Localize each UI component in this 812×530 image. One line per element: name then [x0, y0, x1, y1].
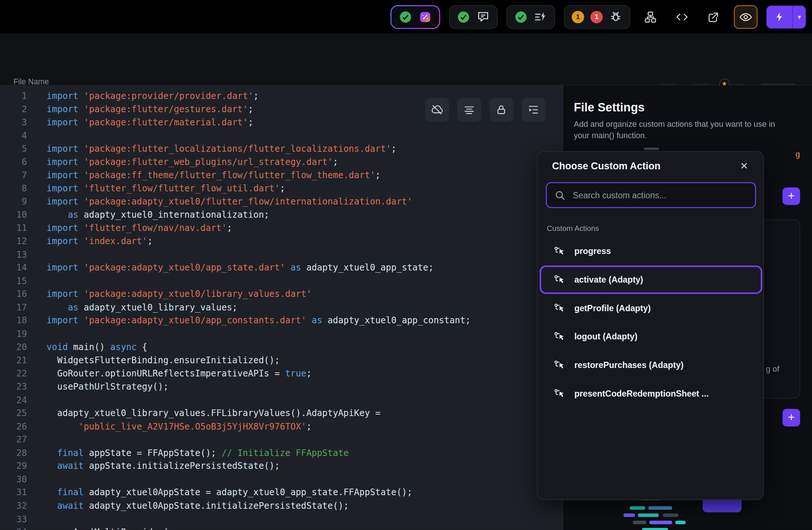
- line-number: 13: [0, 248, 27, 261]
- code-editor[interactable]: 1import 'package:provider/provider.dart'…: [0, 85, 563, 530]
- custom-action-label: presentCodeRedemptionSheet ...: [574, 389, 709, 398]
- code-line: 5import 'package:flutter_localizations/f…: [0, 143, 563, 156]
- code-line: 31 final adapty_xtuel0AppState = adapty_…: [0, 486, 563, 499]
- close-icon[interactable]: ✕: [736, 158, 752, 173]
- custom-action-item[interactable]: progress: [539, 237, 762, 266]
- editor-toolbar: [425, 98, 545, 122]
- flaky-tests-icon: [418, 10, 432, 24]
- code-line: 16import 'package:adapty_xtuel0/library_…: [0, 288, 563, 301]
- action-cursor-icon: [553, 274, 565, 286]
- code-line: 13: [0, 248, 563, 261]
- line-number: 19: [0, 328, 27, 341]
- code-line: 15: [0, 275, 563, 288]
- run-actions-icon: [534, 10, 548, 24]
- custom-action-label: logout (Adapty): [574, 332, 637, 342]
- code-slash-icon: [675, 10, 689, 24]
- line-number: 9: [0, 195, 27, 209]
- preview-button[interactable]: [734, 5, 758, 29]
- action-cursor-icon: [553, 331, 565, 342]
- run-split-button[interactable]: ▾: [767, 5, 806, 28]
- line-number: 8: [0, 182, 27, 195]
- open-external-button[interactable]: [702, 5, 725, 29]
- code-line: 18import 'package:adapty_xtuel0/app_cons…: [0, 314, 563, 327]
- custom-action-label: getProfile (Adapty): [574, 303, 651, 313]
- line-number: 28: [0, 446, 27, 460]
- custom-action-item[interactable]: logout (Adapty): [539, 323, 762, 351]
- cloud-off-button[interactable]: [425, 98, 449, 122]
- chevron-down-icon[interactable]: ▾: [792, 5, 806, 28]
- panel-subtitle: Add and organize custom actions that you…: [574, 118, 787, 141]
- widget-tree-icon: [644, 10, 657, 24]
- line-number: 29: [0, 460, 27, 473]
- status-pill-issues[interactable]: 1 1: [564, 5, 630, 29]
- code-line: 20void main() async {: [0, 341, 563, 354]
- custom-action-label: activate (Adapty): [574, 275, 643, 285]
- line-number: 22: [0, 367, 27, 380]
- code-line: 32 await adapty_xtuel0AppState.initializ…: [0, 500, 563, 513]
- action-cursor-icon: [553, 245, 565, 257]
- custom-action-item[interactable]: getProfile (Adapty): [539, 294, 762, 323]
- code-line: 11import 'flutter_flow/nav/nav.dart';: [0, 222, 563, 235]
- line-number: 24: [0, 394, 27, 407]
- line-number: 3: [0, 116, 27, 129]
- line-number: 6: [0, 156, 27, 169]
- code-line: 34 runApp(MultiProvider(: [0, 526, 563, 530]
- line-number: 2: [0, 103, 27, 116]
- custom-action-label: progress: [574, 246, 611, 256]
- code-line: 6import 'package:flutter_web_plugins/url…: [0, 156, 563, 169]
- line-number: 11: [0, 222, 27, 235]
- line-number: 26: [0, 420, 27, 433]
- line-number: 31: [0, 486, 27, 499]
- open-in-new-icon: [707, 10, 720, 24]
- custom-action-item[interactable]: presentCodeRedemptionSheet ...: [539, 379, 762, 408]
- drag-handle[interactable]: [644, 147, 659, 150]
- warnings-badge: 1: [572, 11, 584, 23]
- code-line: 27: [0, 433, 563, 446]
- bug-icon: [609, 10, 623, 24]
- search-input[interactable]: [573, 190, 748, 200]
- action-cursor-icon: [553, 388, 565, 400]
- add-action-button[interactable]: +: [783, 187, 800, 205]
- action-cursor-icon: [553, 359, 565, 371]
- code-line: 22 GoRouter.optionURLReflectsImperativeA…: [0, 367, 563, 380]
- custom-code-button[interactable]: [671, 5, 694, 29]
- code-lines: 1import 'package:provider/provider.dart'…: [0, 85, 563, 530]
- lock-button[interactable]: [489, 98, 513, 122]
- code-line: 23 usePathUrlStrategy();: [0, 380, 563, 394]
- code-line: 4: [0, 129, 563, 142]
- add-action-button[interactable]: +: [783, 409, 800, 426]
- code-line: 28 final appState = FFAppState(); // Ini…: [0, 446, 563, 460]
- code-line: 21 WidgetsFlutterBinding.ensureInitializ…: [0, 354, 563, 367]
- clipped-text-fragment: g: [795, 150, 800, 159]
- main-area: 1import 'package:provider/provider.dart'…: [0, 85, 812, 530]
- status-pill-actions[interactable]: [506, 5, 555, 29]
- code-line: 33: [0, 513, 563, 526]
- line-number: 12: [0, 235, 27, 248]
- app-window: 1 1: [0, 0, 812, 530]
- line-number: 5: [0, 143, 27, 156]
- format-code-button[interactable]: [457, 98, 481, 122]
- line-number: 34: [0, 526, 27, 530]
- code-line: 12import 'index.dart';: [0, 235, 563, 248]
- widget-tree-button[interactable]: [639, 5, 662, 29]
- custom-action-item[interactable]: restorePurchases (Adapty): [539, 351, 762, 379]
- custom-action-item[interactable]: activate (Adapty): [539, 265, 762, 294]
- file-header: File Name: [0, 34, 812, 85]
- line-number: 23: [0, 380, 27, 394]
- code-line: 30: [0, 473, 563, 486]
- line-number: 16: [0, 288, 27, 301]
- action-cursor-icon: [553, 302, 565, 314]
- search-icon: [554, 189, 566, 201]
- code-line: 9import 'package:adapty_xtuel0/flutter_f…: [0, 195, 563, 209]
- status-pill-comments[interactable]: [449, 5, 498, 29]
- line-number: 18: [0, 314, 27, 327]
- status-pill-tests[interactable]: [391, 5, 440, 29]
- line-number: 27: [0, 433, 27, 446]
- run-bolt-icon[interactable]: [767, 5, 793, 28]
- indent-button[interactable]: [522, 98, 545, 122]
- panel-title: File Settings: [574, 100, 644, 114]
- code-line: 17 as adapty_xtuel0_library_values;: [0, 301, 563, 314]
- check-circle-icon: [457, 10, 470, 24]
- file-name-label: File Name: [14, 77, 49, 86]
- indent-icon: [527, 103, 539, 116]
